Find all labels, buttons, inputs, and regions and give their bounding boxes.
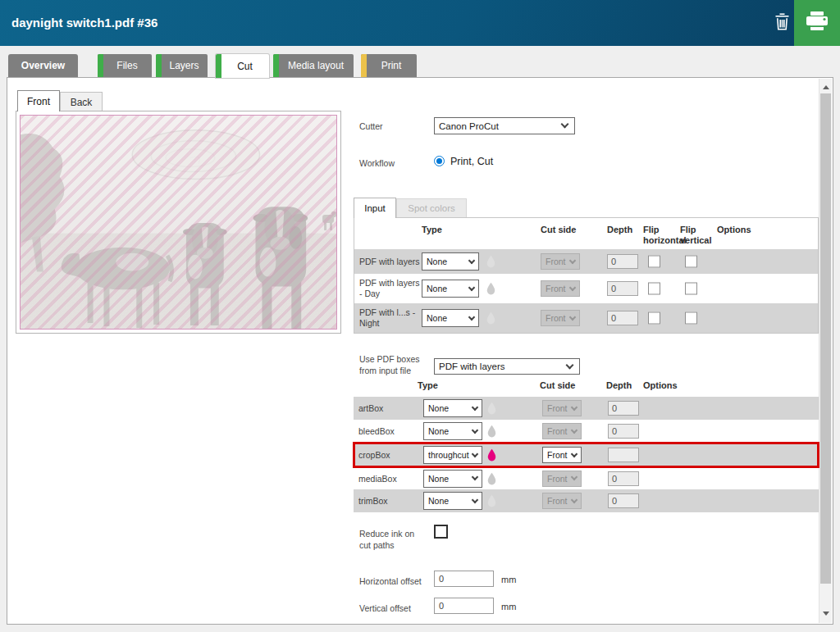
chevron-down-icon bbox=[569, 257, 576, 263]
vertical-scrollbar[interactable] bbox=[819, 79, 832, 623]
chevron-down-icon bbox=[571, 426, 578, 433]
cutter-select[interactable]: Canon ProCut bbox=[434, 117, 575, 134]
type-select[interactable]: None bbox=[422, 252, 479, 271]
chevron-down-icon bbox=[571, 450, 578, 457]
document-preview-image bbox=[20, 115, 337, 330]
scrollbar-thumb[interactable] bbox=[820, 93, 831, 584]
depth-input[interactable]: 0 bbox=[608, 493, 639, 508]
depth-input[interactable]: 0 bbox=[607, 311, 638, 325]
horizontal-offset-unit: mm bbox=[501, 575, 516, 584]
ink-droplet-icon bbox=[486, 472, 497, 485]
row-label: mediaBox bbox=[358, 473, 422, 484]
table-row: trimBoxNoneFront0 bbox=[354, 489, 819, 512]
ink-droplet-icon bbox=[486, 282, 496, 295]
cut-side-select[interactable]: Front bbox=[541, 253, 580, 270]
cut-side-select[interactable]: Front bbox=[542, 471, 582, 487]
cut-side-select[interactable]: Front bbox=[541, 310, 580, 326]
tab-print[interactable]: Print bbox=[361, 54, 417, 77]
row-label: bleedBox bbox=[358, 426, 422, 437]
use-pdf-boxes-select[interactable]: PDF with layers bbox=[434, 358, 580, 375]
delete-button[interactable] bbox=[768, 11, 796, 35]
row-label: cropBox bbox=[358, 450, 422, 461]
vertical-offset-input[interactable]: 0 bbox=[434, 598, 494, 614]
row-label: PDF with layers - Day bbox=[359, 278, 423, 299]
main-tab-bar: Overview Files Layers Cut Media layout P… bbox=[0, 46, 840, 77]
chevron-down-icon bbox=[569, 313, 576, 320]
type-select[interactable]: None bbox=[423, 470, 482, 488]
table-row: mediaBoxNoneFront0 bbox=[354, 467, 819, 489]
type-select[interactable]: None bbox=[422, 309, 479, 327]
tab-accent bbox=[156, 54, 162, 77]
chevron-down-icon bbox=[468, 257, 475, 263]
print-button[interactable] bbox=[794, 0, 840, 46]
cutter-label: Cutter bbox=[359, 120, 383, 132]
chevron-down-icon bbox=[566, 361, 574, 369]
tab-accent bbox=[216, 54, 221, 78]
flip-horizontal-checkbox[interactable] bbox=[648, 256, 660, 268]
workflow-radio-print-cut[interactable] bbox=[434, 156, 445, 166]
cut-side-select[interactable]: Front bbox=[542, 423, 582, 439]
tab-media-layout[interactable]: Media layout bbox=[273, 54, 354, 77]
chevron-down-icon bbox=[472, 403, 478, 410]
workflow-label: Workflow bbox=[359, 157, 395, 169]
cut-settings-panel: Front Back bbox=[7, 77, 833, 625]
type-select[interactable]: None bbox=[422, 280, 479, 298]
depth-input[interactable]: 0 bbox=[607, 281, 638, 296]
cut-side-select[interactable]: Front bbox=[541, 280, 580, 297]
chevron-down-icon bbox=[468, 284, 475, 290]
ink-droplet-icon bbox=[486, 402, 497, 415]
chevron-down-icon bbox=[571, 403, 578, 410]
type-select[interactable]: None bbox=[423, 422, 482, 440]
layers-table-rows: PDF with layersNoneFront0PDF with layers… bbox=[354, 249, 818, 333]
tab-overview[interactable]: Overview bbox=[8, 54, 78, 77]
tab-accent bbox=[98, 54, 103, 77]
preview-frame bbox=[16, 111, 341, 334]
tab-cut[interactable]: Cut bbox=[216, 54, 269, 78]
depth-input[interactable]: 0 bbox=[608, 401, 639, 416]
workflow-radio-label: Print, Cut bbox=[450, 156, 493, 167]
tab-layers[interactable]: Layers bbox=[156, 54, 208, 77]
row-label: PDF with l...s - Night bbox=[359, 307, 423, 329]
type-select[interactable]: None bbox=[423, 399, 482, 417]
ink-droplet-icon bbox=[486, 255, 496, 268]
tab-files[interactable]: Files bbox=[98, 54, 152, 77]
depth-input[interactable]: 0 bbox=[608, 424, 639, 439]
tab-back[interactable]: Back bbox=[60, 92, 103, 111]
cut-side-select[interactable]: Front bbox=[542, 447, 582, 463]
table-row: bleedBoxNoneFront0 bbox=[354, 420, 819, 443]
reduce-ink-checkbox[interactable] bbox=[434, 525, 448, 539]
flip-horizontal-checkbox[interactable] bbox=[648, 312, 660, 325]
depth-input[interactable]: 0 bbox=[608, 471, 639, 486]
scroll-up-icon[interactable] bbox=[819, 80, 832, 93]
scroll-down-icon[interactable] bbox=[819, 607, 832, 620]
table-row: PDF with layers - DayNoneFront0 bbox=[354, 274, 818, 303]
cut-side-select[interactable]: Front bbox=[542, 493, 582, 509]
chevron-down-icon bbox=[472, 496, 478, 502]
layers-table-header: Type Cut side Depth Flip horizontal Flip… bbox=[354, 218, 818, 249]
depth-input[interactable] bbox=[608, 448, 639, 462]
table-row: cropBoxthroughcutFront bbox=[354, 443, 819, 467]
row-label: artBox bbox=[358, 403, 422, 414]
type-select[interactable]: None bbox=[423, 492, 482, 510]
cut-side-select[interactable]: Front bbox=[542, 400, 582, 416]
row-label: PDF with layers bbox=[359, 257, 423, 267]
chevron-down-icon bbox=[561, 120, 569, 129]
pdf-boxes-table-header: Type Cut side Depth Options bbox=[354, 378, 819, 397]
tab-spot-colors[interactable]: Spot colors bbox=[396, 198, 467, 217]
flip-vertical-checkbox[interactable] bbox=[685, 256, 697, 268]
tab-input[interactable]: Input bbox=[354, 198, 396, 218]
flip-vertical-checkbox[interactable] bbox=[685, 283, 697, 295]
flip-vertical-checkbox[interactable] bbox=[685, 312, 697, 325]
flip-horizontal-checkbox[interactable] bbox=[648, 283, 660, 295]
chevron-down-icon bbox=[472, 450, 478, 457]
trash-icon bbox=[774, 11, 791, 35]
tab-accent bbox=[361, 54, 367, 77]
ink-droplet-icon bbox=[486, 425, 497, 438]
horizontal-offset-input[interactable]: 0 bbox=[434, 571, 494, 587]
chevron-down-icon bbox=[569, 284, 576, 290]
vertical-offset-label: Vertical offset bbox=[359, 602, 411, 614]
type-select[interactable]: throughcut bbox=[423, 446, 482, 464]
tab-front[interactable]: Front bbox=[17, 90, 60, 111]
depth-input[interactable]: 0 bbox=[607, 254, 638, 269]
chevron-down-icon bbox=[472, 426, 478, 433]
